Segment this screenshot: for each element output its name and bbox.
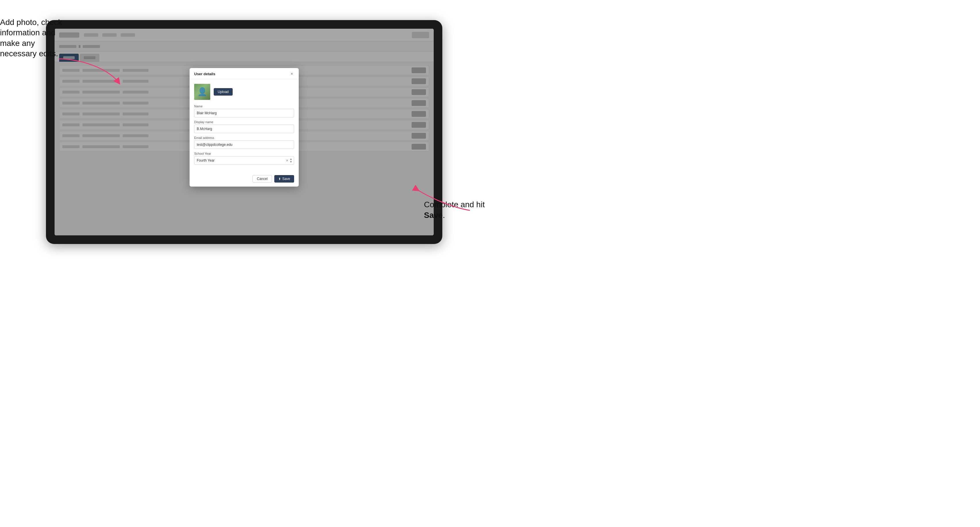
clear-icon[interactable]: ✕ [286,159,288,162]
avatar-image [194,84,210,100]
display-name-input[interactable] [194,125,294,133]
close-icon[interactable]: × [290,71,294,76]
modal-header: User details × [189,68,299,79]
chevron-icon[interactable]: ▲ ▼ [290,157,293,163]
school-year-input[interactable] [194,156,294,165]
arrow-right-icon [410,184,473,213]
email-field-group: Email address [194,136,294,149]
name-field-group: Name [194,105,294,117]
annotation-left: Add photo, check information and make an… [0,17,66,59]
arrow-left-icon [56,56,125,90]
modal-body: Upload Name Display name Email address [189,79,299,172]
cancel-button[interactable]: Cancel [253,175,272,183]
email-label: Email address [194,136,294,140]
user-details-modal: User details × Upload Name [189,68,299,187]
school-year-select-wrapper: ✕ ▲ ▼ [194,156,294,165]
school-year-field-group: School Year ✕ ▲ ▼ [194,152,294,165]
school-year-label: School Year [194,152,294,155]
tablet-frame: User details × Upload Name [46,20,442,244]
select-icons: ✕ ▲ ▼ [286,157,293,163]
display-name-label: Display name [194,120,294,124]
name-label: Name [194,105,294,108]
email-input[interactable] [194,140,294,149]
modal-title: User details [194,71,215,76]
display-name-field-group: Display name [194,120,294,133]
modal-footer: Cancel ⬆ Save [189,172,299,187]
save-icon: ⬆ [278,177,281,181]
avatar [194,84,210,100]
photo-section: Upload [194,84,294,100]
save-button[interactable]: ⬆ Save [274,175,294,183]
upload-photo-button[interactable]: Upload [214,88,233,95]
name-input[interactable] [194,109,294,117]
